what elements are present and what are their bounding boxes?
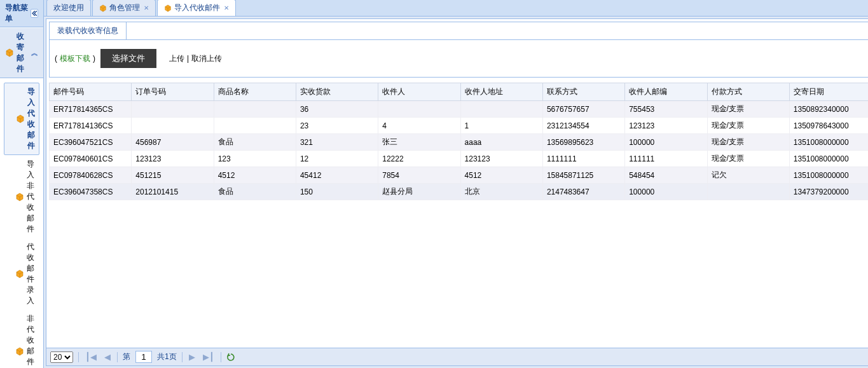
- sidebar-title: 导航菜单: [5, 3, 31, 24]
- table-cell: EC097840601CS: [50, 151, 132, 167]
- table-row[interactable]: EC396047358CS2012101415食品150赵县分局北京214748…: [50, 184, 869, 200]
- column-header[interactable]: 邮件号码: [50, 83, 132, 101]
- table-cell: 现金/支票: [707, 151, 789, 167]
- table-cell: 食品: [214, 184, 296, 200]
- separator: |: [187, 54, 189, 63]
- last-page-button[interactable]: ▶┃: [202, 352, 216, 362]
- column-header[interactable]: 交寄日期: [789, 83, 868, 101]
- table-cell: 321: [296, 134, 378, 151]
- box-icon: [15, 347, 24, 356]
- column-header[interactable]: 收件人: [378, 83, 460, 101]
- refresh-icon[interactable]: [226, 353, 235, 362]
- paren: (: [55, 54, 57, 63]
- accordion-body: 导入代收邮件 导入非代收邮件 代收邮件录入 非代收邮件录入 收寄退回邮件录入: [0, 78, 43, 368]
- table-row[interactable]: EC396047521CS456987食品321张三aaaa1356989562…: [50, 134, 869, 151]
- table-cell: 现金/支票: [707, 134, 789, 151]
- tree-item-import-nonagent[interactable]: 导入非代收邮件: [4, 156, 39, 238]
- chevron-up-icon: ︽: [31, 48, 38, 58]
- table-cell: 13569895623: [542, 134, 624, 151]
- tree-label: 非代收邮件录入: [27, 313, 36, 368]
- table-row[interactable]: ER717814365CS365676757657755453现金/支票1350…: [50, 101, 869, 118]
- page-size-select[interactable]: 20: [50, 351, 73, 363]
- table-cell: ER717814365CS: [50, 101, 132, 118]
- table-cell: ER717814136CS: [50, 118, 132, 134]
- table-cell: 4: [378, 118, 460, 134]
- table-cell: aaaa: [460, 134, 542, 151]
- column-header[interactable]: 商品名称: [214, 83, 296, 101]
- table-cell: 2012101415: [132, 184, 214, 200]
- table-cell: 北京: [460, 184, 542, 200]
- table-cell: 食品: [214, 134, 296, 151]
- table-cell: 123123: [625, 118, 707, 134]
- table-cell: EC097840628CS: [50, 167, 132, 184]
- sidebar-header: 导航菜单: [0, 0, 43, 27]
- table-cell: 12: [296, 151, 378, 167]
- upload-header: 装载代收收寄信息: [50, 22, 868, 40]
- table-cell: 现金/支票: [707, 101, 789, 118]
- table-cell: 451215: [132, 167, 214, 184]
- column-header[interactable]: 收件人邮编: [625, 83, 707, 101]
- box-icon: [15, 269, 24, 278]
- tab-import[interactable]: 导入代收邮件 ✕: [157, 0, 236, 16]
- content-panel: 装载代收收寄信息 ( 模板下载 ) 选择文件 上传 | 取消上传 ▲ ▼: [46, 18, 868, 366]
- table-cell: [378, 101, 460, 118]
- table-row[interactable]: ER717814136CS23412312134554123123现金/支票13…: [50, 118, 869, 134]
- grid-scroll[interactable]: 邮件号码订单号码商品名称实收货款收件人收件人地址联系方式收件人邮编付款方式交寄日…: [49, 83, 868, 334]
- tab-label: 导入代收邮件: [174, 3, 220, 13]
- table-cell: [132, 118, 214, 134]
- tab-bar: 欢迎使用 角色管理 ✕ 导入代收邮件 ✕: [44, 0, 868, 17]
- table-cell: 100000: [625, 184, 707, 200]
- tab-welcome[interactable]: 欢迎使用: [46, 0, 91, 16]
- column-header[interactable]: 付款方式: [707, 83, 789, 101]
- upload-body: ( 模板下载 ) 选择文件 上传 | 取消上传 ▲ ▼: [50, 40, 868, 77]
- table-cell: 张三: [378, 134, 460, 151]
- tree-item-nonagent-entry[interactable]: 非代收邮件录入: [4, 310, 39, 368]
- tab-roles[interactable]: 角色管理 ✕: [92, 0, 156, 16]
- table-cell: 1350892340000: [789, 101, 868, 118]
- prev-page-button[interactable]: ◀: [103, 352, 112, 362]
- table-cell: 1: [460, 118, 542, 134]
- horizontal-scrollbar[interactable]: [49, 334, 868, 345]
- first-page-button[interactable]: ┃◀: [84, 352, 98, 362]
- collapse-sidebar-button[interactable]: [31, 9, 38, 18]
- main: 欢迎使用 角色管理 ✕ 导入代收邮件 ✕ 装载代收收寄信息 (: [44, 0, 868, 368]
- table-cell: 12222: [378, 151, 460, 167]
- page-number-input[interactable]: [135, 351, 152, 363]
- tree-item-agent-entry[interactable]: 代收邮件录入: [4, 238, 39, 310]
- next-page-button[interactable]: ▶: [188, 352, 196, 362]
- accordion-section-receive[interactable]: 收寄邮件 ︽: [0, 27, 43, 78]
- cancel-upload-link[interactable]: 取消上传: [191, 53, 222, 64]
- sidebar: 导航菜单 收寄邮件 ︽ 导入代收邮件 导入非代收邮件 代收邮件录: [0, 0, 44, 368]
- table-cell: 5676757657: [542, 101, 624, 118]
- pager: 20 ┃◀ ◀ 第 共1页 ▶ ▶┃ 显示1到6,共6记录: [46, 348, 868, 365]
- pager-total: 共1页: [157, 351, 177, 362]
- table-cell: EC396047521CS: [50, 134, 132, 151]
- column-header[interactable]: 订单号码: [132, 83, 214, 101]
- close-icon[interactable]: ✕: [144, 4, 149, 11]
- tree-label: 代收邮件录入: [27, 242, 36, 306]
- table-row[interactable]: EC097840628CS451215451245412785445121584…: [50, 167, 869, 184]
- pager-prefix: 第: [123, 351, 130, 362]
- table-cell: 123123: [132, 151, 214, 167]
- column-header[interactable]: 实收货款: [296, 83, 378, 101]
- table-cell: 15845871125: [542, 167, 624, 184]
- table-cell: 7854: [378, 167, 460, 184]
- tree-label: 导入非代收邮件: [27, 159, 36, 235]
- table-cell: 4512: [214, 167, 296, 184]
- table-cell: 123: [214, 151, 296, 167]
- column-header[interactable]: 收件人地址: [460, 83, 542, 101]
- table-cell: 1351008000000: [789, 151, 868, 167]
- choose-file-button[interactable]: 选择文件: [100, 49, 156, 68]
- table-cell: 100000: [625, 134, 707, 151]
- column-header[interactable]: 联系方式: [542, 83, 624, 101]
- tab-label: 角色管理: [109, 3, 140, 13]
- table-cell: 4512: [460, 167, 542, 184]
- tree-item-import-agent[interactable]: 导入代收邮件: [4, 83, 39, 155]
- template-download-link[interactable]: 模板下载: [60, 53, 90, 64]
- table-cell: 2312134554: [542, 118, 624, 134]
- table-cell: [707, 184, 789, 200]
- table-row[interactable]: EC097840601CS123123123121222212312311111…: [50, 151, 869, 167]
- close-icon[interactable]: ✕: [224, 4, 229, 11]
- upload-link[interactable]: 上传: [169, 53, 184, 64]
- table-cell: 456987: [132, 134, 214, 151]
